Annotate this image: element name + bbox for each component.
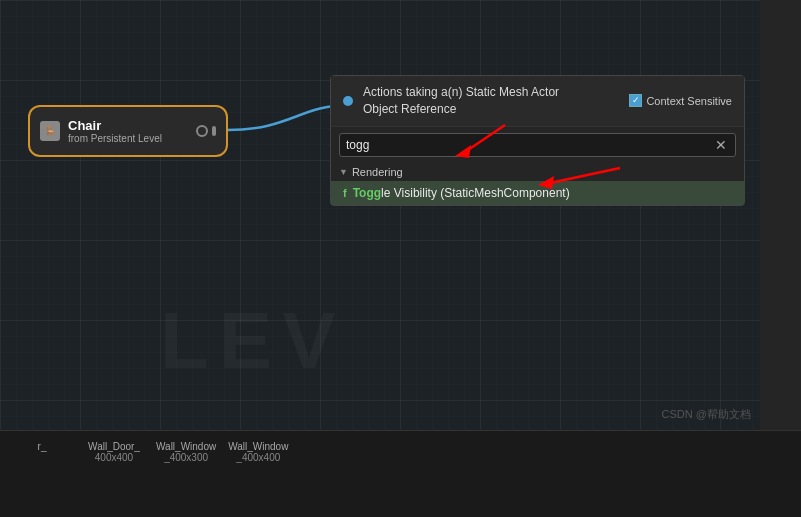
actions-panel: Actions taking a(n) Static Mesh Actor Ob… [330,75,745,206]
bottom-label-1: Wall_Door_ [88,441,140,452]
category-triangle-icon: ▼ [339,167,348,177]
action-item-toggle-visibility[interactable]: f Toggle Visibility (StaticMeshComponent… [331,181,744,205]
level-bg-text: LEV [160,295,346,387]
node-subtitle: from Persistent Level [68,133,196,144]
bottom-label-2: Wall_Window [156,441,216,452]
func-icon: f [343,187,347,199]
bottom-item-1: Wall_Door_ 400x400 [84,441,144,463]
blueprint-canvas [0,0,760,430]
bottom-label-0: r_ [38,441,47,452]
bottom-bar: r_ Wall_Door_ 400x400 Wall_Window _400x3… [0,430,801,517]
category-label: Rendering [352,166,403,178]
bottom-item-3: Wall_Window _400x400 [228,441,288,463]
node-title: Chair [68,118,196,133]
actions-dot [343,96,353,106]
node-text: Chair from Persistent Level [68,118,196,144]
bottom-sub-2: _400x300 [164,452,208,463]
action-item-text: Toggle Visibility (StaticMeshComponent) [353,186,570,200]
context-sensitive-label: Context Sensitive [646,95,732,107]
context-sensitive-checkbox[interactable]: ✓ [629,94,642,107]
actions-header: Actions taking a(n) Static Mesh Actor Ob… [331,76,744,127]
node-icon: 🪑 [40,121,60,141]
bottom-item-0: r_ [12,441,72,452]
node-output-pins [196,125,216,137]
node-bar [212,126,216,136]
actions-title: Actions taking a(n) Static Mesh Actor Ob… [363,84,559,118]
result-text-suffix: le Visibility (StaticMeshComponent) [381,186,570,200]
right-panel [760,0,801,430]
chair-node[interactable]: 🪑 Chair from Persistent Level [28,105,228,157]
node-pin[interactable] [196,125,208,137]
category-rendering[interactable]: ▼ Rendering [331,163,744,181]
bottom-sub-3: _400x400 [236,452,280,463]
search-clear-button[interactable]: ✕ [713,137,729,153]
check-icon: ✓ [632,96,640,105]
bottom-sub-1: 400x400 [95,452,133,463]
watermark: CSDN @帮助文档 [662,407,751,422]
search-input[interactable] [346,138,713,152]
highlight-text: Togg [353,186,381,200]
search-bar[interactable]: ✕ [339,133,736,157]
bottom-item-2: Wall_Window _400x300 [156,441,216,463]
bottom-label-3: Wall_Window [228,441,288,452]
context-sensitive-row: ✓ Context Sensitive [629,94,732,107]
